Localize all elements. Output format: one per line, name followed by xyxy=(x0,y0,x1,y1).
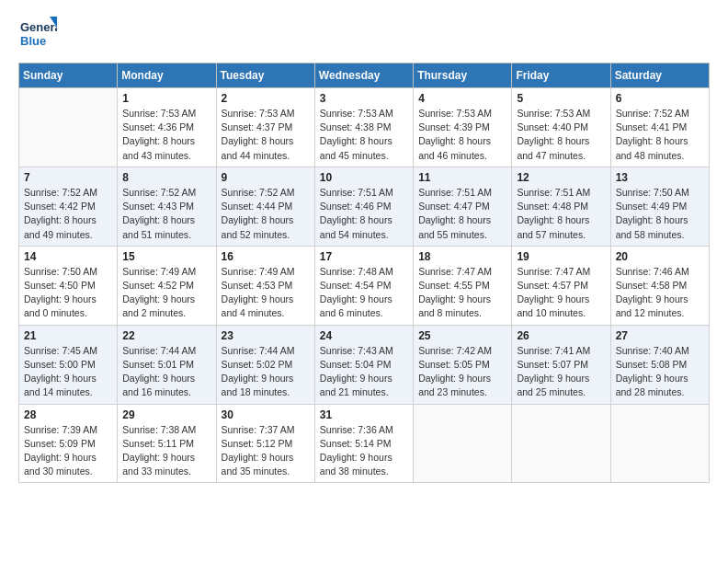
weekday-friday: Friday xyxy=(512,63,610,88)
calendar-cell: 19Sunrise: 7:47 AMSunset: 4:57 PMDayligh… xyxy=(512,246,610,325)
calendar-cell: 28Sunrise: 7:39 AMSunset: 5:09 PMDayligh… xyxy=(19,404,118,483)
sunset-text: Sunset: 5:09 PM xyxy=(24,438,96,449)
daylight-text: Daylight: 8 hours and 48 minutes. xyxy=(616,135,688,160)
weekday-wednesday: Wednesday xyxy=(314,63,413,88)
day-number: 2 xyxy=(222,92,310,105)
daylight-text: Daylight: 8 hours and 52 minutes. xyxy=(222,214,294,239)
day-number: 11 xyxy=(418,171,506,184)
daylight-text: Daylight: 8 hours and 45 minutes. xyxy=(320,135,392,160)
day-info: Sunrise: 7:51 AMSunset: 4:48 PMDaylight:… xyxy=(517,186,605,242)
daylight-text: Daylight: 9 hours and 18 minutes. xyxy=(222,373,294,397)
sunset-text: Sunset: 5:00 PM xyxy=(24,359,96,370)
svg-text:General: General xyxy=(20,20,57,34)
sunrise-text: Sunrise: 7:47 AM xyxy=(517,266,590,277)
calendar-cell: 30Sunrise: 7:37 AMSunset: 5:12 PMDayligh… xyxy=(216,404,314,483)
calendar-cell: 18Sunrise: 7:47 AMSunset: 4:55 PMDayligh… xyxy=(414,246,512,325)
sunrise-text: Sunrise: 7:50 AM xyxy=(616,187,689,198)
sunset-text: Sunset: 4:44 PM xyxy=(222,201,293,212)
daylight-text: Daylight: 8 hours and 44 minutes. xyxy=(222,135,294,160)
day-info: Sunrise: 7:50 AMSunset: 4:50 PMDaylight:… xyxy=(24,265,112,321)
day-number: 17 xyxy=(320,250,408,263)
day-number: 4 xyxy=(418,92,506,105)
calendar-body: 1Sunrise: 7:53 AMSunset: 4:36 PMDaylight… xyxy=(19,88,710,483)
sunrise-text: Sunrise: 7:49 AM xyxy=(222,266,295,277)
calendar-cell xyxy=(19,88,118,167)
sunset-text: Sunset: 4:41 PM xyxy=(616,121,688,132)
day-info: Sunrise: 7:53 AMSunset: 4:37 PMDaylight:… xyxy=(222,107,310,163)
sunset-text: Sunset: 4:36 PM xyxy=(122,121,194,132)
day-info: Sunrise: 7:53 AMSunset: 4:40 PMDaylight:… xyxy=(517,107,605,163)
day-number: 28 xyxy=(24,408,112,421)
day-info: Sunrise: 7:36 AMSunset: 5:14 PMDaylight:… xyxy=(320,423,408,479)
svg-text:Blue: Blue xyxy=(20,34,46,48)
daylight-text: Daylight: 9 hours and 30 minutes. xyxy=(24,452,97,477)
calendar-cell: 23Sunrise: 7:44 AMSunset: 5:02 PMDayligh… xyxy=(216,325,314,404)
daylight-text: Daylight: 8 hours and 57 minutes. xyxy=(517,214,589,239)
daylight-text: Daylight: 9 hours and 35 minutes. xyxy=(222,452,294,477)
sunset-text: Sunset: 4:53 PM xyxy=(222,280,293,291)
day-number: 24 xyxy=(320,329,408,342)
day-info: Sunrise: 7:53 AMSunset: 4:38 PMDaylight:… xyxy=(320,107,408,163)
weekday-tuesday: Tuesday xyxy=(216,63,314,88)
calendar-cell: 12Sunrise: 7:51 AMSunset: 4:48 PMDayligh… xyxy=(512,167,610,246)
sunset-text: Sunset: 4:43 PM xyxy=(122,201,194,212)
calendar-cell: 21Sunrise: 7:45 AMSunset: 5:00 PMDayligh… xyxy=(19,325,118,404)
sunrise-text: Sunrise: 7:49 AM xyxy=(122,266,196,277)
calendar-cell: 16Sunrise: 7:49 AMSunset: 4:53 PMDayligh… xyxy=(216,246,314,325)
sunset-text: Sunset: 5:05 PM xyxy=(418,359,490,370)
day-number: 27 xyxy=(616,329,704,342)
day-info: Sunrise: 7:53 AMSunset: 4:36 PMDaylight:… xyxy=(122,107,210,163)
day-number: 7 xyxy=(24,171,112,184)
day-number: 14 xyxy=(24,250,112,263)
calendar-week-3: 14Sunrise: 7:50 AMSunset: 4:50 PMDayligh… xyxy=(19,246,710,325)
day-number: 10 xyxy=(320,171,408,184)
calendar-week-1: 1Sunrise: 7:53 AMSunset: 4:36 PMDaylight… xyxy=(19,88,710,167)
sunrise-text: Sunrise: 7:48 AM xyxy=(320,266,393,277)
daylight-text: Daylight: 9 hours and 8 minutes. xyxy=(418,293,491,318)
sunset-text: Sunset: 5:01 PM xyxy=(122,359,194,370)
weekday-monday: Monday xyxy=(118,63,216,88)
day-number: 26 xyxy=(517,329,605,342)
sunrise-text: Sunrise: 7:52 AM xyxy=(122,187,196,198)
day-info: Sunrise: 7:50 AMSunset: 4:49 PMDaylight:… xyxy=(616,186,704,242)
calendar-cell: 6Sunrise: 7:52 AMSunset: 4:41 PMDaylight… xyxy=(610,88,709,167)
day-info: Sunrise: 7:52 AMSunset: 4:41 PMDaylight:… xyxy=(616,107,704,163)
weekday-thursday: Thursday xyxy=(414,63,512,88)
sunrise-text: Sunrise: 7:53 AM xyxy=(122,108,196,119)
daylight-text: Daylight: 9 hours and 10 minutes. xyxy=(517,293,589,318)
daylight-text: Daylight: 9 hours and 6 minutes. xyxy=(320,293,392,318)
weekday-sunday: Sunday xyxy=(19,63,118,88)
sunset-text: Sunset: 4:50 PM xyxy=(24,280,96,291)
sunset-text: Sunset: 4:37 PM xyxy=(222,121,293,132)
sunrise-text: Sunrise: 7:51 AM xyxy=(517,187,590,198)
sunrise-text: Sunrise: 7:45 AM xyxy=(24,345,97,356)
sunrise-text: Sunrise: 7:41 AM xyxy=(517,345,590,356)
day-number: 29 xyxy=(122,408,210,421)
calendar-cell: 13Sunrise: 7:50 AMSunset: 4:49 PMDayligh… xyxy=(610,167,709,246)
calendar-cell: 3Sunrise: 7:53 AMSunset: 4:38 PMDaylight… xyxy=(314,88,413,167)
calendar-cell: 22Sunrise: 7:44 AMSunset: 5:01 PMDayligh… xyxy=(118,325,216,404)
calendar-week-2: 7Sunrise: 7:52 AMSunset: 4:42 PMDaylight… xyxy=(19,167,710,246)
sunrise-text: Sunrise: 7:43 AM xyxy=(320,345,393,356)
daylight-text: Daylight: 9 hours and 21 minutes. xyxy=(320,373,392,397)
day-info: Sunrise: 7:52 AMSunset: 4:43 PMDaylight:… xyxy=(122,186,210,242)
calendar-cell: 24Sunrise: 7:43 AMSunset: 5:04 PMDayligh… xyxy=(314,325,413,404)
sunrise-text: Sunrise: 7:44 AM xyxy=(222,345,295,356)
day-number: 31 xyxy=(320,408,408,421)
sunrise-text: Sunrise: 7:47 AM xyxy=(418,266,492,277)
sunrise-text: Sunrise: 7:51 AM xyxy=(320,187,393,198)
daylight-text: Daylight: 9 hours and 28 minutes. xyxy=(616,373,688,397)
sunset-text: Sunset: 4:47 PM xyxy=(418,201,490,212)
day-info: Sunrise: 7:37 AMSunset: 5:12 PMDaylight:… xyxy=(222,423,310,479)
sunset-text: Sunset: 5:08 PM xyxy=(616,359,688,370)
sunset-text: Sunset: 5:11 PM xyxy=(122,438,194,449)
day-info: Sunrise: 7:47 AMSunset: 4:55 PMDaylight:… xyxy=(418,265,506,321)
daylight-text: Daylight: 8 hours and 54 minutes. xyxy=(320,214,392,239)
sunrise-text: Sunrise: 7:50 AM xyxy=(24,266,97,277)
sunset-text: Sunset: 4:40 PM xyxy=(517,121,588,132)
calendar-cell: 10Sunrise: 7:51 AMSunset: 4:46 PMDayligh… xyxy=(314,167,413,246)
calendar-cell: 5Sunrise: 7:53 AMSunset: 4:40 PMDaylight… xyxy=(512,88,610,167)
sunset-text: Sunset: 4:52 PM xyxy=(122,280,194,291)
day-info: Sunrise: 7:52 AMSunset: 4:42 PMDaylight:… xyxy=(24,186,112,242)
day-info: Sunrise: 7:43 AMSunset: 5:04 PMDaylight:… xyxy=(320,344,408,400)
